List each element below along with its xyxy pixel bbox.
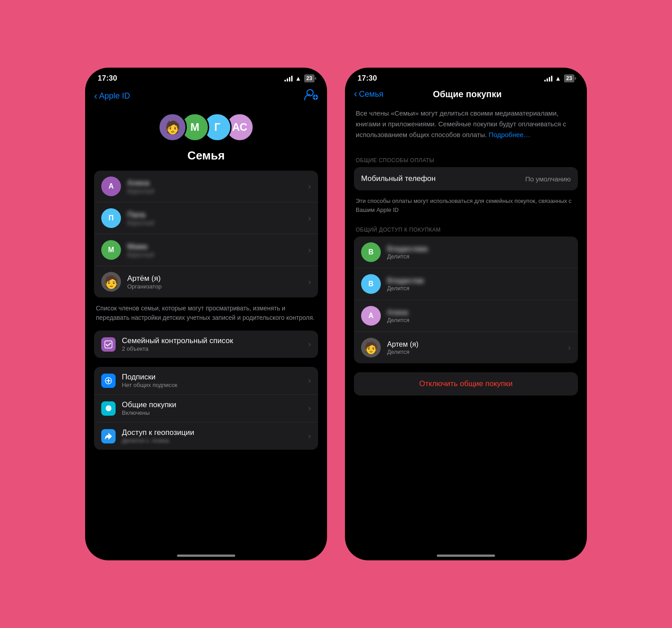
chevron-right-me: › [568,343,571,353]
avatar-alina: А [101,176,121,196]
avatar-papa: П [101,208,121,228]
member-name-mama: Мама [127,242,308,251]
payment-row[interactable]: Мобильный телефон По умолчанию [354,167,578,190]
info-link[interactable]: Подробнее… [489,131,530,138]
share-row-vladislav: В Владислав Делится [354,268,578,300]
chevron-right-icon-2: › [308,214,311,223]
back-label-2: Семья [359,90,383,99]
share-row-me[interactable]: 🧑 Артем (я) Делится › [354,332,578,363]
chevron-left-icon: ‹ [94,90,97,102]
chevron-right-loc: › [308,431,311,441]
avatar-mama: М [101,240,121,260]
purchases-row[interactable]: 🅟 Общие покупки Включены › [94,395,318,422]
chevron-right-sub: › [308,376,311,385]
member-role-papa: Взрослый [127,219,308,226]
features-card: Подписки Нет общих подписок › 🅟 Общие по… [94,367,318,450]
share-status-1: Делится [387,253,428,260]
chevron-right-purch: › [308,404,311,413]
share-avatar-3: А [361,306,381,326]
share-row-vladislava: В Владислава Делится [354,237,578,268]
share-name-2: Владислав [387,277,424,285]
member-name-alina: Алина [127,179,308,188]
phone-2: 17:30 ▲ 23 ‹ Семья Общие покупки [345,68,587,560]
member-row-alina[interactable]: А Алина Взрослый › [94,171,318,202]
member-name-me: Артём (я) [127,274,308,283]
share-status-me: Делится [387,348,568,355]
page-title-2: Общие покупки [383,89,551,99]
family-title: Семья [94,149,318,163]
location-row[interactable]: Доступ к геопозиции Делится с: Алина › [94,422,318,450]
home-indicator-1 [85,545,327,560]
share-avatar-2: В [361,274,381,294]
members-card: А Алина Взрослый › П Папа Взрослый › [94,171,318,297]
share-status-2: Делится [387,285,424,292]
back-label-1: Apple ID [99,91,130,101]
phone-1: 17:30 ▲ 23 ‹ Apple ID [85,68,327,560]
share-name-1: Владислава [387,245,428,253]
signal-icon [284,75,293,82]
purchases-icon: 🅟 [101,401,116,416]
back-button-2[interactable]: ‹ Семья [354,88,383,100]
battery-icon: 23 [304,74,314,82]
member-name-papa: Папа [127,211,308,219]
battery-icon-2: 23 [564,74,574,82]
status-icons-1: ▲ 23 [284,74,314,82]
add-person-button[interactable] [304,88,318,104]
checklist-row[interactable]: Семейный контрольный список 2 объекта › [94,331,318,358]
screen-content-2: Все члены «Семьи» могут делиться своими … [345,104,587,545]
info-text: Все члены «Семьи» могут делиться своими … [356,109,566,138]
info-block: Все члены «Семьи» могут делиться своими … [354,104,578,149]
payment-title: Мобильный телефон [361,174,435,183]
checklist-icon [101,337,116,352]
purchases-subtitle: Включены [122,409,308,416]
chevron-right-icon: › [308,182,311,191]
checklist-subtitle: 2 объекта [122,345,308,352]
time-2: 17:30 [358,74,377,83]
signal-icon-2 [544,75,552,82]
share-avatar-me: 🧑 [361,338,381,357]
share-row-alina: А Алина Делится [354,300,578,332]
screen-content-1: 🧑 М Г АС Семья А Алина Взрослый › [85,108,327,545]
location-icon [101,429,116,443]
sharing-card: В Владислава Делится В Владислав Делится… [354,237,578,363]
location-title: Доступ к геопозиции [122,428,308,437]
share-status-3: Делится [387,317,409,323]
wifi-icon-2: ▲ [555,75,561,82]
member-role-alina: Взрослый [127,188,308,194]
avatar-me: 🧑 [158,113,187,142]
home-indicator-2 [345,545,587,560]
subscriptions-subtitle: Нет общих подписок [122,382,308,388]
payment-badge: По умолчанию [526,175,571,183]
share-name-3: Алина [387,309,409,317]
chevron-right-icon-3: › [308,245,311,255]
share-name-me: Артем (я) [387,340,568,348]
status-icons-2: ▲ 23 [544,74,574,82]
disable-purchases-button[interactable]: Отключить общие покупки [354,372,578,396]
member-row-papa[interactable]: П Папа Взрослый › [94,202,318,234]
avatar-artem: 🧑 [101,272,121,292]
svg-text:🅟: 🅟 [106,405,112,412]
chevron-left-icon-2: ‹ [354,88,357,100]
nav-bar-1: ‹ Apple ID [85,86,327,108]
chevron-right-checklist: › [308,340,311,349]
checklist-card[interactable]: Семейный контрольный список 2 объекта › [94,331,318,358]
sharing-section-label: ОБЩИЙ ДОСТУП К ПОКУПКАМ [356,227,576,233]
member-row-me[interactable]: 🧑 Артём (я) Организатор › [94,266,318,297]
nav-bar-2: ‹ Семья Общие покупки [345,86,587,104]
purchases-title: Общие покупки [122,400,308,409]
location-subtitle: Делится с: Алина [122,437,308,444]
family-description: Список членов семьи, которые могут просм… [94,304,318,323]
payment-desc: Эти способы оплаты могут использоваться … [354,194,578,219]
member-row-mama[interactable]: М Мама Взрослый › [94,234,318,266]
checklist-title: Семейный контрольный список [122,336,308,345]
status-bar-1: 17:30 ▲ 23 [85,68,327,86]
subscriptions-title: Подписки [122,373,308,382]
wifi-icon: ▲ [295,75,302,82]
family-avatars: 🧑 М Г АС [94,113,318,142]
member-role-mama: Взрослый [127,251,308,258]
back-button-1[interactable]: ‹ Apple ID [94,90,130,102]
payment-section-label: ОБЩИЕ СПОСОБЫ ОПЛАТЫ [356,157,576,163]
time-1: 17:30 [98,74,117,83]
subscriptions-icon [101,374,116,388]
subscriptions-row[interactable]: Подписки Нет общих подписок › [94,367,318,395]
